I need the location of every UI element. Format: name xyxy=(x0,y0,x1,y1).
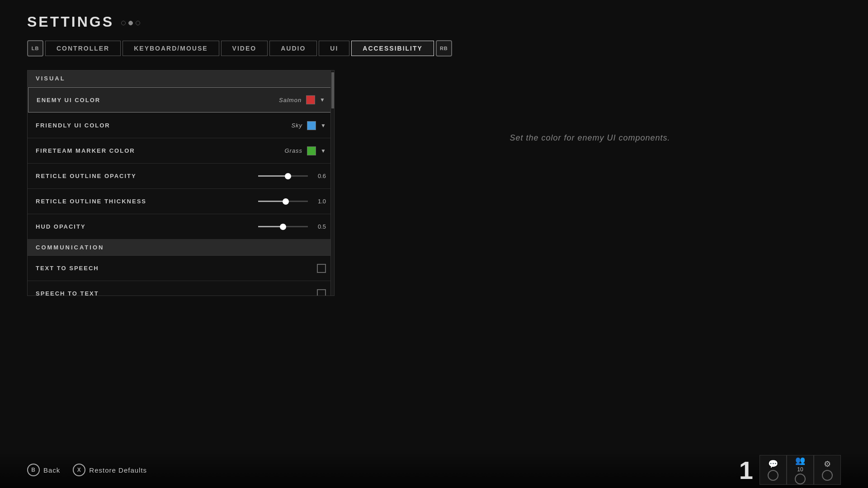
back-label: Back xyxy=(43,466,60,474)
setting-enemy-ui-color[interactable]: ENEMY UI COLOR Salmon ▼ xyxy=(28,87,334,113)
text-to-speech-label: TEXT TO SPEECH xyxy=(36,265,99,272)
restore-label: Restore Defaults xyxy=(89,466,147,474)
hud-settings-block[interactable]: ⚙ xyxy=(814,455,841,485)
reticle-opacity-fill xyxy=(258,175,288,177)
tab-ui[interactable]: UI xyxy=(319,41,349,56)
reticle-opacity-track[interactable] xyxy=(258,175,308,177)
setting-speech-to-text[interactable]: SPEECH TO TEXT xyxy=(28,281,334,296)
hud-opacity-thumb[interactable] xyxy=(280,224,286,230)
hud-chat-block: 💬 xyxy=(760,455,787,485)
party-count: 10 xyxy=(797,466,803,473)
description-panel: Set the color for enemy UI components. xyxy=(339,70,841,206)
text-to-speech-checkbox[interactable] xyxy=(317,264,326,273)
party-btn[interactable] xyxy=(795,474,806,484)
settings-dots xyxy=(121,21,140,25)
rb-button[interactable]: RB xyxy=(436,40,452,56)
settings-title: SETTINGS xyxy=(27,14,841,30)
scrollbar[interactable] xyxy=(330,70,334,296)
friendly-dropdown-arrow: ▼ xyxy=(321,122,326,129)
hud-icons: 💬 👥 10 ⚙ xyxy=(760,455,841,485)
bottom-actions: B Back X Restore Defaults xyxy=(27,464,147,476)
player-number: 1 xyxy=(739,455,752,485)
reticle-thickness-value: 1.0 xyxy=(313,198,326,205)
scrollbar-thumb[interactable] xyxy=(331,72,334,108)
setting-hud-opacity[interactable]: HUD OPACITY 0.5 xyxy=(28,214,334,239)
enemy-color-swatch[interactable] xyxy=(306,95,315,104)
reticle-thickness-thumb[interactable] xyxy=(283,198,289,205)
reticle-outline-thickness-label: RETICLE OUTLINE THICKNESS xyxy=(36,198,146,205)
setting-text-to-speech[interactable]: TEXT TO SPEECH xyxy=(28,256,334,281)
dot-1 xyxy=(121,21,126,25)
reticle-opacity-value: 0.6 xyxy=(313,173,326,179)
reticle-opacity-thumb[interactable] xyxy=(285,173,291,179)
nav-tabs: LB CONTROLLER KEYBOARD/MOUSE VIDEO AUDIO… xyxy=(27,40,841,56)
reticle-outline-opacity-slider[interactable]: 0.6 xyxy=(258,173,326,179)
fireteam-color-swatch[interactable] xyxy=(307,146,316,155)
setting-description: Set the color for enemy UI components. xyxy=(509,133,670,143)
hud-party-block: 👥 10 xyxy=(787,455,814,485)
friendly-ui-color-text: Sky xyxy=(291,122,302,129)
enemy-dropdown-arrow: ▼ xyxy=(320,97,325,103)
restore-action[interactable]: X Restore Defaults xyxy=(73,464,147,476)
friendly-color-swatch[interactable] xyxy=(307,121,316,130)
enemy-ui-color-text: Salmon xyxy=(279,97,302,103)
restore-btn-icon: X xyxy=(73,464,85,476)
speech-to-text-checkbox[interactable] xyxy=(317,289,326,296)
tab-audio[interactable]: AUDIO xyxy=(269,41,317,56)
hud-opacity-value: 0.5 xyxy=(313,223,326,230)
hud-opacity-slider[interactable]: 0.5 xyxy=(258,223,326,230)
header: SETTINGS LB CONTROLLER KEYBOARD/MOUSE VI… xyxy=(27,14,841,56)
back-action[interactable]: B Back xyxy=(27,464,60,476)
communication-section-header: COMMUNICATION xyxy=(28,239,334,256)
speech-to-text-label: SPEECH TO TEXT xyxy=(36,290,99,296)
tab-accessibility[interactable]: ACCESSIBILITY xyxy=(351,41,434,56)
bottom-right-hud: 1 💬 👥 10 ⚙ xyxy=(739,455,841,485)
reticle-outline-thickness-slider[interactable]: 1.0 xyxy=(258,198,326,205)
fireteam-marker-color-value: Grass ▼ xyxy=(284,146,326,155)
party-icon: 👥 xyxy=(795,455,805,465)
enemy-ui-color-label: ENEMY UI COLOR xyxy=(37,97,100,103)
settings-hud-btn[interactable] xyxy=(822,470,833,481)
settings-icon: ⚙ xyxy=(824,459,831,469)
tab-controller[interactable]: CONTROLLER xyxy=(45,41,121,56)
setting-reticle-outline-thickness[interactable]: RETICLE OUTLINE THICKNESS 1.0 xyxy=(28,189,334,214)
visual-section-header: VISUAL xyxy=(28,70,334,87)
hud-opacity-track[interactable] xyxy=(258,226,308,227)
dot-3 xyxy=(136,21,140,25)
fireteam-marker-color-text: Grass xyxy=(284,147,302,154)
reticle-thickness-track[interactable] xyxy=(258,201,308,202)
friendly-ui-color-label: FRIENDLY UI COLOR xyxy=(36,122,110,129)
settings-list: VISUAL ENEMY UI COLOR Salmon ▼ FRIENDLY … xyxy=(27,70,335,296)
setting-reticle-outline-opacity[interactable]: RETICLE OUTLINE OPACITY 0.6 xyxy=(28,164,334,189)
back-btn-icon: B xyxy=(27,464,40,476)
dot-2 xyxy=(128,21,133,25)
fireteam-marker-color-label: FIRETEAM MARKER COLOR xyxy=(36,147,135,154)
main-content: VISUAL ENEMY UI COLOR Salmon ▼ FRIENDLY … xyxy=(27,70,335,443)
tab-keyboard[interactable]: KEYBOARD/MOUSE xyxy=(123,41,219,56)
page-title: SETTINGS xyxy=(27,14,114,30)
fireteam-dropdown-arrow: ▼ xyxy=(321,148,326,154)
lb-button[interactable]: LB xyxy=(27,40,43,56)
hud-opacity-label: HUD OPACITY xyxy=(36,223,86,230)
bottom-bar: B Back X Restore Defaults 1 💬 👥 10 ⚙ xyxy=(0,452,868,488)
reticle-thickness-fill xyxy=(258,201,286,202)
chat-icon: 💬 xyxy=(768,459,778,469)
enemy-ui-color-value: Salmon ▼ xyxy=(279,95,325,104)
tab-video[interactable]: VIDEO xyxy=(221,41,268,56)
chat-btn[interactable] xyxy=(768,470,778,481)
setting-fireteam-marker-color[interactable]: FIRETEAM MARKER COLOR Grass ▼ xyxy=(28,138,334,164)
friendly-ui-color-value: Sky ▼ xyxy=(291,121,326,130)
setting-friendly-ui-color[interactable]: FRIENDLY UI COLOR Sky ▼ xyxy=(28,113,334,138)
hud-opacity-fill xyxy=(258,226,283,227)
reticle-outline-opacity-label: RETICLE OUTLINE OPACITY xyxy=(36,173,137,179)
